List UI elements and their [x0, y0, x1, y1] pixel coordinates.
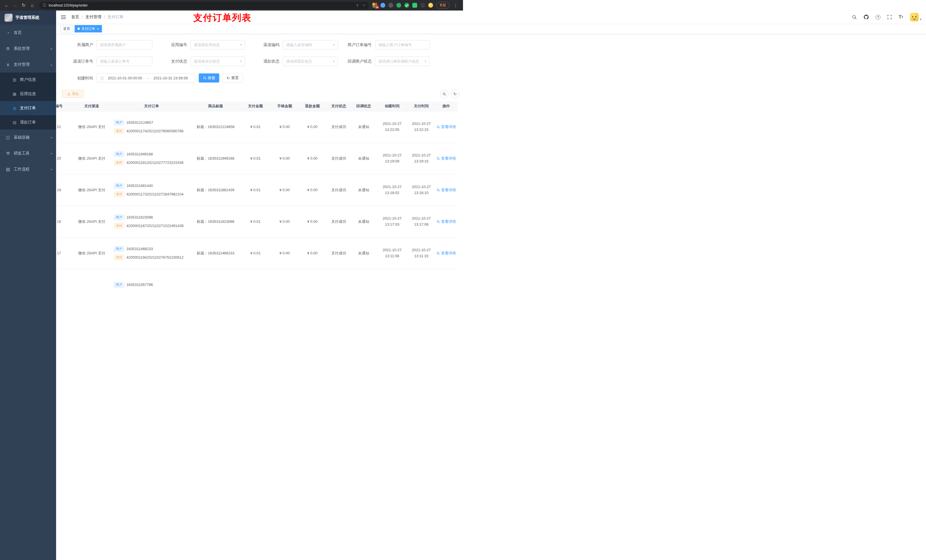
tab-home[interactable]: 首页 [61, 25, 73, 32]
sidebar-fold-icon[interactable] [61, 15, 66, 20]
sidebar-item-label: 系统管理 [14, 46, 30, 51]
extension-icons: 10 更新 ⋮ [372, 2, 460, 9]
view-detail-link[interactable]: 查看详情 [437, 251, 456, 256]
create-time: 2021-10-2713:18:02 [377, 174, 408, 206]
sidebar-item-system[interactable]: ⚙ 系统管理 ▾ [0, 41, 56, 57]
pay-time: 2021-10-2713:22:15 [408, 111, 435, 143]
date-end-value: 2021-10-31 23:59:59 [150, 76, 192, 80]
browser-back-icon[interactable]: ← [3, 2, 10, 9]
sidebar-item-merchant-info[interactable]: ▥ 商户信息 [0, 72, 56, 87]
extension-face-icon[interactable] [428, 3, 433, 8]
browser-update-button[interactable]: 更新 [436, 2, 449, 9]
search-button[interactable]: 搜索 [199, 73, 219, 83]
col-title: 商品标题 [191, 101, 240, 111]
browser-reload-icon[interactable]: ↻ [20, 2, 27, 9]
notify-status-select[interactable]: 请选择订单回调商户状态 ▾ [375, 57, 430, 66]
pay-amount: ¥ 0.01 [240, 237, 271, 269]
pay-time: 2021-10-2713:17:08 [408, 206, 435, 237]
app-logo[interactable]: 芋道管理系统 [0, 11, 56, 25]
chevron-down-icon: ▾ [332, 43, 334, 47]
share-icon[interactable]: ⇧ [356, 3, 359, 8]
pay-time: 2021-10-2713:19:15 [408, 143, 435, 174]
browser-forward-icon[interactable]: → [11, 2, 19, 9]
table-row: 17 微信 JSAPI 支付 商户1635311468233 支付4200001… [56, 237, 458, 269]
sidebar-item-refund-order[interactable]: ▤ 退款订单 [0, 115, 56, 130]
extension-puzzle-icon[interactable] [420, 3, 425, 8]
extension-colorful-icon[interactable]: 10 [372, 3, 377, 8]
merchant-select[interactable]: 请选择所属商户 [97, 40, 152, 50]
filter-label: 商户订单编号 [348, 42, 372, 48]
filter-label: 支付状态 [171, 59, 187, 64]
sidebar-item-payment[interactable]: ¥ 支付管理 ▴ [0, 57, 56, 72]
breadcrumb: 首页 / 支付管理 / 支付订单 [71, 15, 124, 20]
notify-status: 未通知 [351, 174, 377, 206]
breadcrumb-home[interactable]: 首页 [71, 15, 79, 20]
view-detail-link[interactable]: 查看详情 [437, 124, 456, 130]
extension-check-icon[interactable] [404, 3, 409, 8]
table-row: 19 微信 JSAPI 支付 商户1635311881440 支付4200001… [56, 174, 458, 206]
pay-status: 支付成功 [327, 174, 351, 206]
chevron-up-icon: ▴ [51, 63, 52, 66]
breadcrumb-separator: / [104, 15, 105, 20]
refund-status-select[interactable]: 请选择退款状态 ▾ [283, 57, 338, 66]
logo-image [5, 14, 12, 22]
filter-label: 所属商户 [77, 42, 93, 48]
browser-home-icon[interactable]: ⌂ [29, 2, 36, 9]
search-button-label: 搜索 [208, 75, 215, 80]
pay-channel: 微信 JSAPI 支付 [72, 111, 112, 143]
sidebar-item-label: 首页 [14, 30, 22, 35]
channel-pay-no: 4200001167202110271022491439 [126, 223, 184, 228]
sidebar-item-devtools[interactable]: ⚒ 研发工具 ▾ [0, 145, 56, 162]
bookmark-star-icon[interactable]: ☆ [362, 3, 366, 8]
pay-amount: ¥ 0.01 [240, 206, 271, 237]
extension-green-icon[interactable] [396, 3, 401, 8]
chevron-down-icon: ▾ [51, 47, 52, 50]
merchant-tag: 商户 [114, 214, 124, 220]
sidebar-item-home[interactable]: ◔ 首页 [0, 25, 56, 41]
pay-time: 2021-10-2713:11:15 [408, 237, 435, 269]
extension-chat-icon[interactable] [412, 3, 417, 8]
close-icon[interactable]: × [97, 27, 99, 31]
breadcrumb-pay-manage[interactable]: 支付管理 [85, 15, 101, 20]
breadcrumb-current: 支付订单 [107, 15, 124, 20]
sidebar-item-workflow[interactable]: ▧ 工作流程 ▾ [0, 162, 56, 177]
sidebar-item-pay-order[interactable]: ◎ 支付订单 [0, 101, 56, 115]
site-info-icon[interactable]: ⓘ [43, 3, 47, 8]
extension-blue-icon[interactable] [380, 3, 385, 8]
notify-status: 未通知 [351, 206, 377, 237]
reset-button[interactable]: ↻ 重置 [222, 73, 243, 83]
placeholder-text: 请选择退款状态 [286, 59, 312, 64]
table-row-partial: 商户1635311057796 [56, 269, 458, 280]
app-id-select[interactable]: 请选择应用信息 ▾ [191, 40, 245, 50]
order-id: 19 [56, 174, 72, 206]
export-button[interactable]: 导出 [62, 90, 84, 98]
date-start-value: 2021-10-01 00:00:00 [104, 76, 146, 80]
channel-order-no-input[interactable]: 请输入渠道订单号 [97, 57, 152, 66]
sidebar-item-app-info[interactable]: ▦ 应用信息 [0, 87, 56, 101]
extension-dark-icon[interactable] [388, 3, 393, 8]
fee-amount: ¥ 0.00 [271, 111, 298, 143]
browser-menu-icon[interactable]: ⋮ [452, 3, 459, 8]
tab-label: 首页 [63, 26, 70, 31]
toggle-search-button[interactable] [440, 90, 448, 98]
tab-pay-order[interactable]: 支付订单 × [75, 25, 102, 32]
merchant-order-no-input[interactable]: 请输入商户订单编号 [375, 40, 430, 50]
create-time-range-picker[interactable]: 2021-10-01 00:00:00 - 2021-10-31 23:59:5… [97, 73, 195, 83]
orders-table-wrap: 编号 支付渠道 支付订单 商品标题 支付金额 手续金额 退款金额 支付状态 回调… [56, 101, 463, 280]
table-row: 18 微信 JSAPI 支付 商户1635311823086 支付4200001… [56, 206, 458, 237]
placeholder-text: 请选择支付状态 [194, 59, 220, 64]
placeholder-text: 请选择所属商户 [100, 42, 126, 48]
view-detail-link[interactable]: 查看详情 [437, 219, 456, 224]
view-detail-link[interactable]: 查看详情 [437, 187, 456, 193]
document-icon: ▤ [12, 120, 17, 125]
refresh-table-button[interactable]: ↻ [451, 90, 459, 98]
address-bar[interactable]: ⓘ localhost:1024/pay/order ⇧ ☆ [39, 2, 369, 9]
view-detail-link[interactable]: 查看详情 [437, 156, 456, 161]
refund-amount: ¥ 0.00 [298, 206, 327, 237]
payment-submenu: ▥ 商户信息 ▦ 应用信息 ◎ 支付订单 ▤ 退款订单 [0, 72, 56, 130]
sidebar-item-infra[interactable]: ◫ 基础设施 ▾ [0, 130, 56, 145]
pay-status-select[interactable]: 请选择支付状态 ▾ [191, 57, 245, 66]
col-order: 支付订单 [112, 101, 191, 111]
channel-code-select[interactable]: 请输入渠道编码 ▾ [283, 40, 338, 50]
merchant-order-no: 1635311468233 [126, 247, 153, 251]
